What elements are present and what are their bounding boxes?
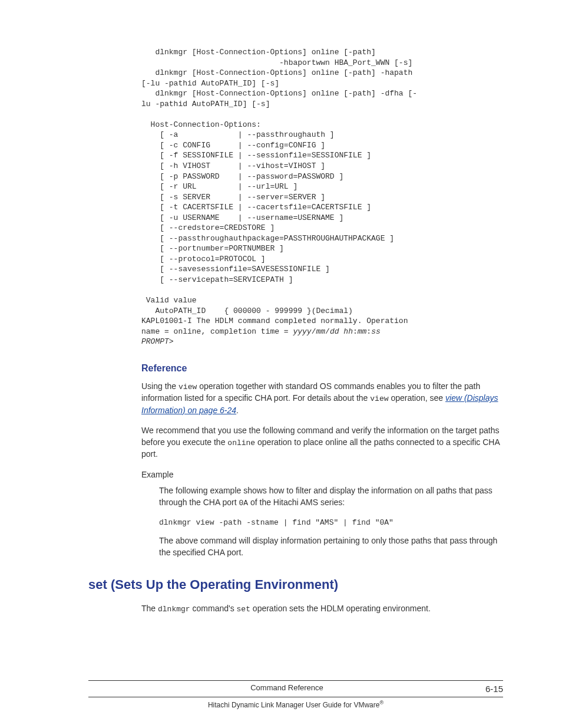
timestamp-mm2: mm [358,327,367,336]
example-command: dlnkmgr view -path -stname | find "AMS" … [159,518,503,528]
page-number: 6-15 [485,683,503,695]
code-block: dlnkmgr [Host-Connection-Options] online… [141,47,503,347]
reference-paragraph-1: Using the view operation together with s… [141,381,503,416]
inline-code-view: view [178,383,197,391]
code-line: [ -h VIHOST | --vihost=VIHOST ] [141,162,325,170]
code-line: [ --passthroughauthpackage=PASSTHROUGHAU… [141,234,394,243]
code-line: dlnkmgr [Host-Connection-Options] online… [141,89,417,98]
code-line: -hbaportwwn HBA_Port_WWN [-s] [141,58,412,67]
registered-mark: ® [379,700,384,706]
set-paragraph: The dlnkmgr command's set operation sets… [141,603,503,615]
code-line: [ -t CACERTSFILE | --cacertsfile=CACERTS… [141,203,371,212]
footer-line-1: Command Reference 6-15 [88,680,503,695]
inline-code-0a: 0A [239,499,248,508]
code-line: [ -u USERNAME | --username=USERNAME ] [141,213,343,222]
code-line: [-lu -pathid AutoPATH_ID] [-s] [141,79,279,88]
code-line: [ -p PASSWORD | --password=PASSWORD ] [141,172,343,181]
example-paragraph-1: The following example shows how to filte… [159,485,503,509]
page: dlnkmgr [Host-Connection-Options] online… [0,0,562,728]
code-line: [ --servicepath=SERVICEPATH ] [141,275,293,284]
set-section-heading: set (Sets Up the Operating Environment) [88,576,503,594]
code-line: name = online, completion time = [141,327,293,336]
timestamp-dd: dd [330,327,339,336]
inline-code-set: set [237,605,250,614]
code-line: [ -c CONFIG | --config=CONFIG ] [141,141,325,150]
code-line: [ --savesessionfile=SAVESESSIONFILE ] [141,265,330,274]
code-line: [ -a | --passthroughauth ] [141,130,335,139]
code-line: Host-Connection-Options: [141,120,261,129]
reference-heading: Reference [141,362,503,375]
footer-section-title: Command Reference [88,683,485,695]
code-line: dlnkmgr [Host-Connection-Options] online… [141,68,417,77]
text: The [141,604,158,613]
code-line: [ --portnumber=PORTNUMBER ] [141,244,284,253]
code-line: [ -f SESSIONFILE | --sessionfile=SESSION… [141,151,371,160]
footer-doc-title: Hitachi Dynamic Link Manager User Guide … [208,701,379,709]
timestamp-mm: mm [316,327,325,336]
text: command's [190,604,237,613]
code-line: [ --credstore=CREDSTORE ] [141,223,275,232]
text: . [236,406,239,415]
timestamp-yyyy: yyyy [293,327,311,336]
prompt-gt: > [169,337,174,346]
timestamp-hh: hh [343,327,353,336]
code-line: [ -s SERVER | --server=SERVER ] [141,193,325,202]
example-paragraph-2: The above command will display informati… [159,535,503,558]
reference-paragraph-2: We recommend that you use the following … [141,425,503,460]
inline-code-online: online [227,439,255,447]
text: operation sets the HDLM operating enviro… [250,604,431,613]
code-line: [ -r URL | --url=URL ] [141,182,297,191]
text: operation, see [389,393,446,403]
code-line: [ --protocol=PROTOCOL ] [141,255,266,263]
code-line: lu -pathid AutoPATH_ID] [-s] [141,100,270,108]
footer-line-2: Hitachi Dynamic Link Manager User Guide … [88,697,503,710]
inline-code-view: view [370,394,388,403]
prompt: PROMPT [141,337,169,346]
code-line: AutoPATH_ID { 000000 - 999999 }(Decimal) [141,307,353,315]
text: Using the [141,381,178,391]
code-line: dlnkmgr [Host-Connection-Options] online… [141,48,376,57]
text: of the Hitachi AMS series: [248,498,345,507]
inline-code-dlnkmgr: dlnkmgr [158,605,190,614]
code-line: KAPL01001-I The HDLM command completed n… [141,317,412,325]
code-line: Valid value [141,296,197,305]
page-footer: Command Reference 6-15 Hitachi Dynamic L… [88,680,503,710]
timestamp-ss: ss [371,327,381,336]
example-label: Example [141,469,503,481]
